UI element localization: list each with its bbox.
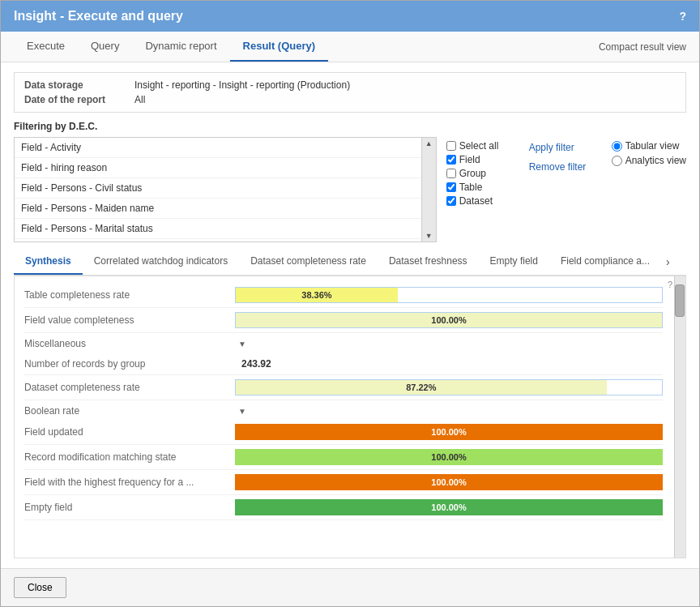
radio-tabular[interactable]: Tabular view (612, 140, 686, 152)
result-label-empty-field: Empty field (24, 502, 235, 513)
section-miscellaneous[interactable]: Miscellaneous ▼ (24, 333, 663, 353)
section-boolean-rate[interactable]: Boolean rate ▼ (24, 400, 663, 420)
result-bar-empty-field: 100.00% (235, 499, 663, 515)
info-box: Data storage Insight - reporting - Insig… (14, 72, 686, 113)
radio-analytics[interactable]: Analytics view (612, 155, 686, 166)
list-item[interactable]: Field - Persons - Maiden name (15, 199, 421, 219)
result-tab-empty-field[interactable]: Empty field (479, 249, 549, 275)
result-bar-record-modification: 100.00% (235, 449, 663, 465)
tab-query[interactable]: Query (78, 32, 132, 62)
radio-analytics-input[interactable] (612, 156, 622, 166)
result-bar-fill: 38.36% (236, 288, 398, 302)
close-button[interactable]: Close (14, 577, 66, 598)
main-content: Data storage Insight - reporting - Insig… (1, 62, 699, 568)
checkbox-table-input[interactable] (446, 182, 456, 192)
result-bar-dataset-completeness: 87.22% (235, 379, 663, 395)
result-label-field-value-completeness: Field value completeness (24, 314, 235, 326)
result-tabs: Synthesis Correlated watchdog indicators… (14, 249, 686, 276)
scroll-up-icon[interactable]: ▲ (425, 139, 433, 147)
filter-section: Filtering by D.E.C. Field - Activity Fie… (14, 121, 686, 242)
section-miscellaneous-label: Miscellaneous (24, 338, 235, 349)
top-tabs-left: Execute Query Dynamic report Result (Que… (14, 32, 328, 62)
result-bar-table-completeness: 38.36% (235, 287, 663, 303)
checkbox-dataset-input[interactable] (446, 196, 456, 206)
results-scroll-thumb[interactable] (675, 284, 685, 317)
result-row-record-modification: Record modification matching state 100.0… (24, 445, 663, 470)
data-storage-label: Data storage (24, 79, 122, 91)
results-inner: ? Table completeness rate 38.36% Field v… (15, 276, 685, 527)
result-row-highest-frequency: Field with the highest frequency for a .… (24, 470, 663, 495)
result-bar-fill: 87.22% (236, 380, 607, 395)
results-scroll-track[interactable] (674, 276, 685, 558)
result-row-records-by-group: Number of records by group 243.92 (24, 353, 663, 375)
result-bar-field-updated: 100.00% (235, 424, 663, 440)
result-bar-value: 100.00% (431, 477, 466, 487)
title-bar: Insight - Execute and query ? (1, 1, 699, 32)
tab-execute[interactable]: Execute (14, 32, 78, 62)
checkbox-group[interactable]: Group (446, 168, 519, 179)
list-item[interactable]: Field - Activity (15, 138, 421, 158)
scroll-down-icon[interactable]: ▼ (425, 232, 433, 240)
results-area[interactable]: ? Table completeness rate 38.36% Field v… (14, 276, 686, 558)
list-item[interactable]: Field - Persons - Civil status (15, 178, 421, 199)
checkbox-select-all[interactable]: Select all (446, 140, 519, 152)
filter-scroll[interactable]: ▲ ▼ (421, 138, 436, 242)
footer: Close (1, 568, 699, 606)
result-tab-dataset-freshness[interactable]: Dataset freshness (378, 249, 479, 275)
result-bar-fill: 100.00% (236, 500, 662, 515)
checkbox-dataset-label: Dataset (459, 195, 493, 207)
checkbox-group-input[interactable] (446, 169, 456, 178)
checkbox-select-all-label: Select all (459, 140, 499, 152)
section-boolean-arrow[interactable]: ▼ (238, 407, 246, 416)
checkbox-table-label: Table (459, 182, 483, 193)
result-tab-dataset-completeness[interactable]: Dataset completeness rate (239, 249, 378, 275)
filter-actions: Apply filter Remove filter (529, 137, 602, 177)
results-help-icon[interactable]: ? (668, 280, 672, 289)
filter-body: Field - Activity Field - hiring reason F… (14, 137, 686, 242)
top-tabs-bar: Execute Query Dynamic report Result (Que… (1, 32, 699, 62)
result-tab-more-icon[interactable]: › (661, 249, 675, 275)
result-label-dataset-completeness: Dataset completeness rate (24, 382, 235, 393)
result-value-records-by-group: 243.92 (235, 358, 271, 370)
result-bar-fill: 100.00% (236, 313, 662, 327)
result-row-table-completeness: Table completeness rate 38.36% (24, 283, 663, 308)
result-tab-field-compliance[interactable]: Field compliance a... (549, 249, 661, 275)
info-row-storage: Data storage Insight - reporting - Insig… (24, 79, 676, 91)
result-row-empty-field: Empty field 100.00% (24, 495, 663, 520)
result-label-field-updated: Field updated (24, 426, 235, 438)
checkbox-group-label: Group (459, 168, 486, 179)
date-label: Date of the report (24, 94, 122, 105)
result-label-records-by-group: Number of records by group (24, 358, 235, 370)
radio-tabular-input[interactable] (612, 141, 622, 152)
result-bar-value: 38.36% (301, 290, 331, 300)
checkbox-field[interactable]: Field (446, 154, 519, 165)
radio-panel: Tabular view Analytics view (612, 137, 686, 169)
checkbox-table[interactable]: Table (446, 182, 519, 193)
compact-result-link[interactable]: Compact result view (599, 33, 686, 61)
result-tab-synthesis[interactable]: Synthesis (14, 249, 83, 275)
checkbox-field-input[interactable] (446, 155, 456, 165)
filter-list: Field - Activity Field - hiring reason F… (15, 138, 421, 239)
help-icon[interactable]: ? (679, 10, 686, 23)
main-window: Insight - Execute and query ? Execute Qu… (0, 0, 700, 607)
window-title: Insight - Execute and query (14, 9, 183, 24)
tab-result-query[interactable]: Result (Query) (230, 32, 329, 62)
result-row-field-updated: Field updated 100.00% (24, 420, 663, 445)
remove-filter-button[interactable]: Remove filter (529, 160, 602, 174)
result-label-record-modification: Record modification matching state (24, 451, 235, 463)
filter-list-container[interactable]: Field - Activity Field - hiring reason F… (14, 137, 437, 242)
checkbox-select-all-input[interactable] (446, 141, 456, 151)
list-item[interactable]: Field - Persons - Marital status (15, 219, 421, 239)
apply-filter-button[interactable]: Apply filter (529, 140, 602, 155)
checkbox-dataset[interactable]: Dataset (446, 195, 519, 207)
tab-dynamic-report[interactable]: Dynamic report (132, 32, 229, 62)
data-storage-value: Insight - reporting - Insight - reportin… (134, 79, 350, 91)
result-tab-correlated[interactable]: Correlated watchdog indicators (83, 249, 239, 275)
list-item[interactable]: Field - hiring reason (15, 158, 421, 178)
result-bar-value: 87.22% (406, 383, 436, 392)
checkboxes-panel: Select all Field Group Table (446, 137, 519, 210)
section-miscellaneous-arrow[interactable]: ▼ (238, 340, 246, 348)
result-bar-value: 100.00% (431, 315, 466, 325)
radio-analytics-label: Analytics view (625, 155, 686, 166)
result-bar-value: 100.00% (431, 502, 466, 512)
